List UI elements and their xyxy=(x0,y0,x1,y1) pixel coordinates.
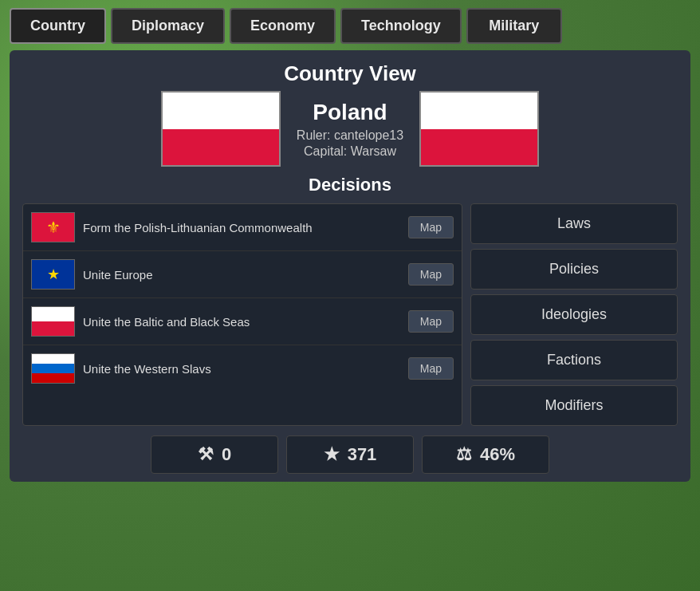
stability-value: 46% xyxy=(480,444,515,465)
map-button-2[interactable]: Map xyxy=(408,310,454,333)
main-panel: Country View Poland Ruler: cantelope13 C… xyxy=(10,50,690,482)
nav-bar: Country Diplomacy Economy Technology Mil… xyxy=(0,0,700,44)
decision-flag-baltic: ✛ xyxy=(31,306,75,337)
stat-box-prestige: ★ 371 xyxy=(286,435,414,474)
policies-button[interactable]: Policies xyxy=(470,249,678,290)
decisions-title: Decisions xyxy=(10,175,690,195)
list-item[interactable]: Unite the Western Slavs Map xyxy=(23,345,462,392)
decision-name-0: Form the Polish-Lithuanian Commonwealth xyxy=(83,221,400,234)
ws-flag-img xyxy=(32,354,74,383)
country-ruler: Ruler: cantelope13 xyxy=(297,128,403,143)
decision-name-2: Unite the Baltic and Black Seas xyxy=(83,315,400,329)
list-item[interactable]: Form the Polish-Lithuanian Commonwealth … xyxy=(23,204,462,251)
flag-top xyxy=(163,93,279,129)
stability-icon: ⚖ xyxy=(456,444,472,465)
manpower-icon: ⚒ xyxy=(198,444,214,465)
panel-title: Country View xyxy=(10,50,690,91)
eu-flag-img: ★ xyxy=(32,260,74,289)
decision-name-1: Unite Europe xyxy=(83,268,400,282)
decision-flag-plt xyxy=(31,212,75,242)
tab-country[interactable]: Country xyxy=(10,8,106,44)
tab-diplomacy[interactable]: Diplomacy xyxy=(111,8,225,44)
prestige-icon: ★ xyxy=(324,444,340,465)
map-button-0[interactable]: Map xyxy=(408,216,454,238)
decision-name-3: Unite the Western Slavs xyxy=(83,362,400,376)
map-button-1[interactable]: Map xyxy=(408,263,454,286)
bottom-bar: ⚒ 0 ★ 371 ⚖ 46% xyxy=(10,435,690,474)
country-header: Poland Ruler: cantelope13 Capital: Warsa… xyxy=(10,91,690,175)
tab-economy[interactable]: Economy xyxy=(230,8,336,44)
flag-bottom xyxy=(163,129,279,166)
tab-military[interactable]: Military xyxy=(466,8,562,44)
flag-right xyxy=(419,91,539,167)
baltic-flag-img xyxy=(32,307,74,336)
decisions-layout: Form the Polish-Lithuanian Commonwealth … xyxy=(10,203,690,426)
decision-flag-ws xyxy=(31,353,75,384)
map-button-3[interactable]: Map xyxy=(408,357,454,380)
flag-right-bottom xyxy=(421,129,537,166)
tab-technology[interactable]: Technology xyxy=(340,8,462,44)
stat-box-stability: ⚖ 46% xyxy=(422,435,549,474)
decisions-categories: Laws Policies Ideologies Factions Modifi… xyxy=(470,203,678,426)
list-item[interactable]: ★ Unite Europe Map xyxy=(23,251,462,298)
plt-flag-img xyxy=(32,213,74,242)
laws-button[interactable]: Laws xyxy=(470,203,678,244)
decisions-list: Form the Polish-Lithuanian Commonwealth … xyxy=(22,203,462,426)
flag-right-top xyxy=(421,93,537,129)
stat-box-manpower: ⚒ 0 xyxy=(151,435,278,474)
country-capital: Capital: Warsaw xyxy=(297,144,403,159)
factions-button[interactable]: Factions xyxy=(470,340,678,380)
cross-icon: ✛ xyxy=(32,336,74,337)
decision-flag-eu: ★ xyxy=(31,259,75,290)
country-info: Poland Ruler: cantelope13 Capital: Warsa… xyxy=(297,100,403,159)
country-name: Poland xyxy=(297,100,403,125)
flag-left xyxy=(161,91,281,167)
list-item[interactable]: ✛ Unite the Baltic and Black Seas Map xyxy=(23,298,462,345)
ideologies-button[interactable]: Ideologies xyxy=(470,294,678,335)
modifiers-button[interactable]: Modifiers xyxy=(470,385,678,426)
manpower-value: 0 xyxy=(222,444,231,465)
prestige-value: 371 xyxy=(348,444,377,465)
